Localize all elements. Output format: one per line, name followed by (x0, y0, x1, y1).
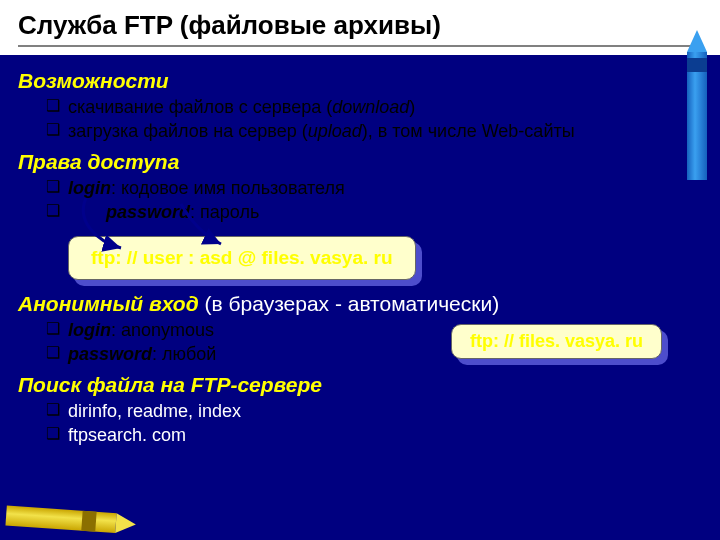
text-emph: download (332, 97, 409, 117)
page-title: Служба FTP (файловые архивы) (18, 10, 702, 47)
text-bold: password (106, 202, 190, 222)
text-bold: login (68, 178, 111, 198)
callout-box-small: ftp: // files. vasya. ru (451, 324, 662, 359)
section-heading-access: Права доступа (18, 150, 702, 174)
text: : пароль (190, 202, 259, 222)
list-item: скачивание файлов c сервера (download) (46, 95, 702, 119)
list-item: login: кодовое имя пользователя (46, 176, 702, 200)
text: : anonymous (111, 320, 214, 340)
callout-box: ftp: // user : asd @ files. vasya. ru (68, 236, 416, 280)
crayon-blue-icon (682, 30, 712, 180)
text: ) (409, 97, 415, 117)
text: ), в том числе Web-сайты (362, 121, 575, 141)
callout-text: ftp: // files. vasya. ru (451, 324, 662, 359)
title-band: Служба FTP (файловые архивы) (0, 0, 720, 55)
section-heading-anon: Анонимный вход (в браузерах - автоматиче… (18, 292, 702, 316)
text: : кодовое имя пользователя (111, 178, 345, 198)
bullet-list: dirinfo, readme, index ftpsearch. com (46, 399, 702, 448)
text-emph: upload (308, 121, 362, 141)
bullet-list: скачивание файлов c сервера (download) з… (46, 95, 702, 144)
list-item: dirinfo, readme, index (46, 399, 702, 423)
list-item: ftpsearch. com (46, 423, 702, 447)
text: скачивание файлов c сервера ( (68, 97, 332, 117)
text-bold: password (68, 344, 152, 364)
heading-rest: (в браузерах - автоматически) (199, 292, 500, 315)
row: login: anonymous password: любой ftp: //… (18, 318, 702, 367)
text: : любой (152, 344, 216, 364)
list-item: загрузка файлов на сервер (upload), в то… (46, 119, 702, 143)
text: загрузка файлов на сервер ( (68, 121, 308, 141)
list-item: password: пароль (46, 200, 702, 224)
text-bold: login (68, 320, 111, 340)
section-heading-capabilities: Возможности (18, 69, 702, 93)
section-heading-search: Поиск файла на FTP-сервере (18, 373, 702, 397)
callout-text: ftp: // user : asd @ files. vasya. ru (68, 236, 416, 280)
heading-text: Анонимный вход (18, 292, 199, 315)
crayon-yellow-icon (5, 501, 137, 538)
bullet-list: login: кодовое имя пользователя password… (46, 176, 702, 225)
slide-content: Возможности скачивание файлов c сервера … (0, 55, 720, 447)
